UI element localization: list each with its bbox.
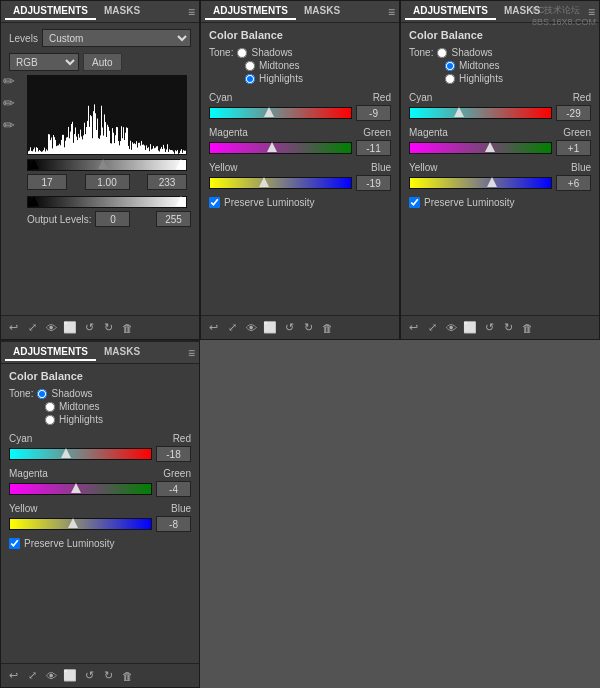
tone-shadows-radio-mid[interactable] xyxy=(237,48,247,58)
yellow-blue-track-bottom[interactable] xyxy=(9,518,152,530)
cb-mid-title: Color Balance xyxy=(209,29,391,41)
expand-icon-bottom[interactable]: ⤢ xyxy=(24,668,40,684)
panel-menu-icon-bottom[interactable]: ≡ xyxy=(188,346,195,360)
rotate-icon[interactable]: ↻ xyxy=(100,320,116,336)
tone-highlights-radio-mid[interactable] xyxy=(245,74,255,84)
mask-icon-mid[interactable]: ⬜ xyxy=(262,320,278,336)
eye-icon-mid[interactable]: 👁 xyxy=(243,320,259,336)
preserve-checkbox-mid[interactable] xyxy=(209,197,220,208)
yellow-blue-value-right[interactable] xyxy=(556,175,591,191)
refresh-icon-mid[interactable]: ↺ xyxy=(281,320,297,336)
delete-icon-mid[interactable]: 🗑 xyxy=(319,320,335,336)
output-max-input[interactable] xyxy=(156,211,191,227)
yellow-blue-thumb-bottom[interactable] xyxy=(68,518,78,528)
yellow-blue-thumb-mid[interactable] xyxy=(259,177,269,187)
eye-icon-bottom[interactable]: 👁 xyxy=(43,668,59,684)
tab-masks-left[interactable]: MASKS xyxy=(96,3,148,20)
magenta-green-value-bottom[interactable] xyxy=(156,481,191,497)
panel-menu-icon-right[interactable]: ≡ xyxy=(588,5,595,19)
tab-masks-mid[interactable]: MASKS xyxy=(296,3,348,20)
tab-adjustments-bottom[interactable]: ADJUSTMENTS xyxy=(5,344,96,361)
eye-icon[interactable]: 👁 xyxy=(43,320,59,336)
return-icon[interactable]: ↩ xyxy=(5,320,21,336)
cyan-red-value-right[interactable] xyxy=(556,105,591,121)
magenta-green-track-bottom[interactable] xyxy=(9,483,152,495)
cyan-red-track-mid[interactable] xyxy=(209,107,352,119)
magenta-green-thumb-bottom[interactable] xyxy=(71,483,81,493)
magenta-green-thumb-mid[interactable] xyxy=(267,142,277,152)
tone-shadows-radio-right[interactable] xyxy=(437,48,447,58)
tone-highlights-radio-right[interactable] xyxy=(445,74,455,84)
black-point-handle[interactable] xyxy=(29,159,39,169)
magenta-green-value-right[interactable] xyxy=(556,140,591,156)
tab-masks-right[interactable]: MASKS xyxy=(496,3,548,20)
yellow-blue-track-mid[interactable] xyxy=(209,177,352,189)
yellow-blue-value-mid[interactable] xyxy=(356,175,391,191)
midpoint-handle[interactable] xyxy=(98,159,108,169)
cyan-red-track-right[interactable] xyxy=(409,107,552,119)
refresh-icon-right[interactable]: ↺ xyxy=(481,320,497,336)
tab-masks-bottom[interactable]: MASKS xyxy=(96,344,148,361)
tone-midtones-radio-right[interactable] xyxy=(445,61,455,71)
eyedropper-gray-icon[interactable]: ✏ xyxy=(1,95,17,111)
magenta-green-value-mid[interactable] xyxy=(356,140,391,156)
tone-shadows-radio-bottom[interactable] xyxy=(37,389,47,399)
white-value-input[interactable] xyxy=(147,174,187,190)
delete-icon-right[interactable]: 🗑 xyxy=(519,320,535,336)
mid-value-input[interactable] xyxy=(85,174,130,190)
expand-icon-right[interactable]: ⤢ xyxy=(424,320,440,336)
tone-highlights-radio-bottom[interactable] xyxy=(45,415,55,425)
eyedropper-white-icon[interactable]: ✏ xyxy=(1,117,17,133)
cb-mid-header: ADJUSTMENTS MASKS ≡ xyxy=(201,1,399,23)
rotate-icon-bottom[interactable]: ↻ xyxy=(100,668,116,684)
yellow-blue-value-bottom[interactable] xyxy=(156,516,191,532)
output-min-input[interactable] xyxy=(95,211,130,227)
cyan-red-track-bottom[interactable] xyxy=(9,448,152,460)
output-black-handle[interactable] xyxy=(29,196,39,206)
return-icon-bottom[interactable]: ↩ xyxy=(5,668,21,684)
output-white-handle[interactable] xyxy=(176,196,186,206)
tab-adjustments-mid[interactable]: ADJUSTMENTS xyxy=(205,3,296,20)
mask-icon[interactable]: ⬜ xyxy=(62,320,78,336)
preserve-checkbox-right[interactable] xyxy=(409,197,420,208)
input-slider-track[interactable] xyxy=(27,159,187,171)
mask-icon-right[interactable]: ⬜ xyxy=(462,320,478,336)
delete-icon[interactable]: 🗑 xyxy=(119,320,135,336)
eye-icon-right[interactable]: 👁 xyxy=(443,320,459,336)
expand-icon-mid[interactable]: ⤢ xyxy=(224,320,240,336)
cyan-red-thumb-mid[interactable] xyxy=(264,107,274,117)
cyan-red-thumb-bottom[interactable] xyxy=(61,448,71,458)
tab-adjustments-right[interactable]: ADJUSTMENTS xyxy=(405,3,496,20)
tone-midtones-radio-mid[interactable] xyxy=(245,61,255,71)
preserve-checkbox-bottom[interactable] xyxy=(9,538,20,549)
levels-preset-select[interactable]: Custom xyxy=(42,29,191,47)
red-label-mid: Red xyxy=(373,92,391,103)
white-point-handle[interactable] xyxy=(176,159,186,169)
refresh-icon[interactable]: ↺ xyxy=(81,320,97,336)
delete-icon-bottom[interactable]: 🗑 xyxy=(119,668,135,684)
auto-button[interactable]: Auto xyxy=(83,53,122,71)
panel-menu-icon-left[interactable]: ≡ xyxy=(188,5,195,19)
magenta-green-track-mid[interactable] xyxy=(209,142,352,154)
tab-adjustments-left[interactable]: ADJUSTMENTS xyxy=(5,3,96,20)
magenta-green-track-right[interactable] xyxy=(409,142,552,154)
refresh-icon-bottom[interactable]: ↺ xyxy=(81,668,97,684)
return-icon-mid[interactable]: ↩ xyxy=(205,320,221,336)
eyedropper-black-icon[interactable]: ✏ xyxy=(1,73,17,89)
rotate-icon-right[interactable]: ↻ xyxy=(500,320,516,336)
cyan-red-value-mid[interactable] xyxy=(356,105,391,121)
cyan-red-value-bottom[interactable] xyxy=(156,446,191,462)
mask-icon-bottom[interactable]: ⬜ xyxy=(62,668,78,684)
magenta-green-thumb-right[interactable] xyxy=(485,142,495,152)
output-slider-track[interactable] xyxy=(27,196,187,208)
return-icon-right[interactable]: ↩ xyxy=(405,320,421,336)
channel-select[interactable]: RGB xyxy=(9,53,79,71)
rotate-icon-mid[interactable]: ↻ xyxy=(300,320,316,336)
tone-midtones-radio-bottom[interactable] xyxy=(45,402,55,412)
cyan-red-thumb-right[interactable] xyxy=(454,107,464,117)
yellow-blue-track-right[interactable] xyxy=(409,177,552,189)
expand-icon[interactable]: ⤢ xyxy=(24,320,40,336)
yellow-blue-thumb-right[interactable] xyxy=(487,177,497,187)
black-value-input[interactable] xyxy=(27,174,67,190)
panel-menu-icon-mid[interactable]: ≡ xyxy=(388,5,395,19)
